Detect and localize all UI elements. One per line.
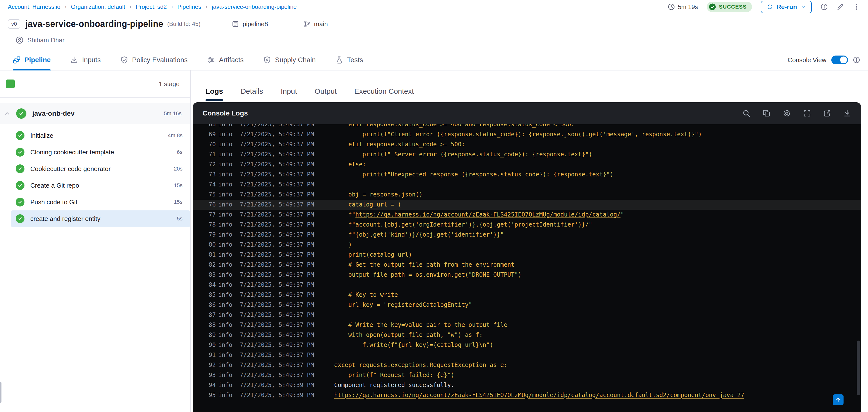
tab-policy-evaluations[interactable]: Policy Evaluations — [120, 50, 188, 70]
log-line-number: 85 — [203, 290, 216, 300]
log-level: info — [218, 139, 240, 150]
tab-output[interactable]: Output — [315, 87, 337, 95]
log-timestamp: 7/21/2025, 5:49:37 PM — [240, 129, 334, 139]
settings-gear-icon[interactable] — [782, 109, 791, 118]
step-duration: 20s — [174, 166, 183, 172]
log-line-number: 80 — [203, 240, 216, 250]
open-in-new-icon[interactable] — [823, 109, 831, 118]
tab-details[interactable]: Details — [241, 87, 263, 95]
info-icon[interactable] — [820, 3, 828, 10]
breadcrumb: Account: Harness.io › Organization: defa… — [8, 3, 297, 10]
tab-tests[interactable]: Tests — [335, 50, 363, 70]
title-row: v0 java-service-onboarding-pipeline (Bui… — [0, 14, 868, 31]
log-line-number: 79 — [203, 230, 216, 240]
step-duration: 15s — [174, 182, 183, 189]
breadcrumb-pipelines[interactable]: Pipelines — [177, 3, 201, 10]
step-duration: 4m 8s — [168, 132, 183, 139]
log-level: info — [218, 190, 240, 200]
log-timestamp: 7/21/2025, 5:49:37 PM — [240, 124, 334, 129]
log-level: info — [218, 169, 240, 180]
console-log-body[interactable]: 68 info 7/21/2025, 5:49:37 PM elif respo… — [193, 124, 861, 412]
step-initialize[interactable]: Initialize 4m 8s — [11, 127, 190, 144]
run-duration-label: 5m 19s — [678, 3, 698, 10]
step-success-icon — [16, 181, 25, 190]
log-line-number: 86 — [203, 300, 216, 310]
log-row: 84 info 7/21/2025, 5:49:37 PM — [193, 280, 861, 290]
panel-resize-handle[interactable] — [0, 382, 1, 403]
tab-inputs[interactable]: Inputs — [70, 50, 100, 70]
breadcrumb-org[interactable]: Organization: default — [71, 3, 125, 10]
log-link[interactable]: https://qa.harness.io/ng/account/zEaak-F… — [355, 211, 621, 218]
console-view-info-icon[interactable] — [853, 56, 860, 64]
tab-input[interactable]: Input — [281, 87, 297, 95]
log-line-number: 91 — [203, 350, 216, 360]
log-text: except requests.exceptions.RequestExcept… — [334, 360, 861, 370]
run-duration: 5m 19s — [668, 3, 698, 10]
step-duration: 15s — [174, 199, 183, 205]
scroll-to-top-button[interactable] — [833, 394, 843, 405]
breadcrumb-separator: › — [130, 4, 131, 10]
stage-name: java-onb-dev — [32, 109, 74, 118]
log-row: 89 info 7/21/2025, 5:49:37 PM with open(… — [193, 330, 861, 340]
log-level: info — [218, 390, 240, 400]
log-text: # Get the output file path from the envi… — [334, 260, 861, 270]
step-create-a-git-repo[interactable]: Create a Git repo 15s — [11, 177, 190, 194]
log-link[interactable]: https://qa.harness.io/ng/account/zEaak-F… — [334, 392, 744, 399]
log-text: obj = response.json() — [334, 190, 861, 200]
stage-duration: 5m 16s — [164, 110, 182, 117]
log-timestamp: 7/21/2025, 5:49:37 PM — [240, 210, 334, 220]
clipboard-icon — [232, 20, 239, 28]
breadcrumb-pipeline-name[interactable]: java-service-onboarding-pipeline — [212, 3, 297, 10]
stage-success-icon — [16, 108, 26, 119]
log-level: info — [218, 210, 240, 220]
log-level: info — [218, 150, 240, 160]
tab-artifacts[interactable]: Artifacts — [207, 50, 244, 70]
tab-pipeline-label: Pipeline — [25, 56, 51, 64]
breadcrumb-project[interactable]: Project: sd2 — [136, 3, 167, 10]
step-cookiecutter-code-generator[interactable]: Cookiecutter code generator 20s — [11, 160, 190, 177]
log-timestamp: 7/21/2025, 5:49:39 PM — [240, 390, 334, 400]
clock-icon — [668, 3, 675, 10]
console-scrollbar-thumb[interactable] — [857, 341, 860, 395]
chevron-up-icon[interactable] — [4, 110, 10, 117]
log-level: info — [218, 340, 240, 350]
log-text: else: — [334, 160, 861, 169]
download-icon[interactable] — [843, 109, 851, 118]
step-push-code-to-git[interactable]: Push code to Git 15s — [11, 194, 190, 211]
log-timestamp: 7/21/2025, 5:49:37 PM — [240, 310, 334, 320]
console-panel: Console Logs — [193, 102, 861, 412]
tab-execution-context[interactable]: Execution Context — [354, 87, 414, 95]
log-level: info — [218, 240, 240, 250]
log-row: 76 info 7/21/2025, 5:49:37 PM catalog_ur… — [193, 200, 861, 210]
branch-label: main — [314, 20, 328, 28]
console-title: Console Logs — [203, 109, 248, 117]
step-cloning-cookiecutter-template[interactable]: Cloning cookiecutter template 6s — [11, 144, 190, 160]
log-row: 90 info 7/21/2025, 5:49:37 PM f.write(f"… — [193, 340, 861, 350]
more-options-icon[interactable] — [853, 3, 860, 10]
log-line-number: 74 — [203, 180, 216, 190]
copy-icon[interactable] — [762, 109, 771, 118]
console-view-toggle[interactable] — [831, 56, 848, 64]
step-name: Initialize — [30, 132, 53, 139]
tab-logs[interactable]: Logs — [206, 87, 223, 95]
log-timestamp: 7/21/2025, 5:49:37 PM — [240, 200, 334, 210]
run-meta: 5m 19s SUCCESS Re-run — [668, 1, 860, 13]
step-create-and-register-entity[interactable]: create and register entity 5s — [11, 211, 190, 227]
rerun-button[interactable]: Re-run — [761, 1, 812, 13]
log-text — [334, 180, 861, 190]
edit-pencil-icon[interactable] — [837, 3, 844, 10]
fullscreen-icon[interactable] — [803, 109, 811, 118]
log-text — [334, 280, 861, 290]
search-icon[interactable] — [742, 109, 750, 118]
log-row: 75 info 7/21/2025, 5:49:37 PM obj = resp… — [193, 190, 861, 200]
tab-supply-chain[interactable]: Supply Chain — [263, 50, 316, 70]
breadcrumb-separator: › — [171, 4, 173, 10]
breadcrumb-account[interactable]: Account: Harness.io — [8, 3, 60, 10]
sliders-icon — [207, 56, 215, 64]
flask-icon — [335, 56, 343, 64]
log-text: print(f"Client error ({response.status_c… — [334, 129, 861, 139]
tab-pipeline[interactable]: Pipeline — [13, 50, 51, 70]
page-title: java-service-onboarding-pipeline — [25, 19, 163, 29]
pipeline-icon — [13, 56, 21, 64]
stage-row[interactable]: java-onb-dev 5m 16s — [0, 103, 190, 124]
